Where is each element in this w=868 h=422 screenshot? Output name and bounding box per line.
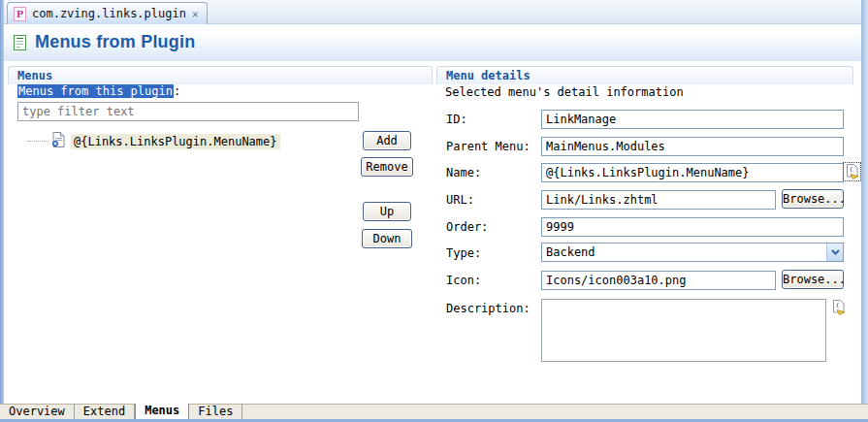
order-field[interactable] xyxy=(541,217,844,237)
type-select[interactable]: Backend xyxy=(541,243,844,262)
url-label: URL: xyxy=(446,193,474,207)
plugin-editor-window: P com.zving.links.plugin ✕ Menus from Pl… xyxy=(0,0,868,422)
details-section-subtitle: Selected menu's detail information xyxy=(445,85,684,99)
icon-browse-button[interactable]: Browse... xyxy=(782,270,844,289)
menus-section-description: Menus from this plugin: xyxy=(17,84,180,98)
plugin-file-icon: P xyxy=(14,7,26,21)
form-header: Menus from Plugin xyxy=(4,25,861,61)
selected-text-suffix: : xyxy=(174,84,180,98)
close-icon[interactable]: ✕ xyxy=(192,8,199,20)
tab-menus[interactable]: Menus xyxy=(135,404,189,420)
url-field[interactable] xyxy=(541,190,776,210)
localize-name-icon[interactable] xyxy=(843,162,861,181)
menus-tree[interactable]: @{Links.LinksPlugin.MenuName} xyxy=(17,124,359,386)
type-label: Type: xyxy=(446,246,481,260)
page-title: Menus from Plugin xyxy=(35,32,195,52)
menus-section-header: Menus xyxy=(8,66,433,84)
order-label: Order: xyxy=(446,220,488,234)
up-button[interactable]: Up xyxy=(363,202,411,221)
details-section-header: Menu details xyxy=(436,66,853,84)
form-page-icon xyxy=(13,35,28,53)
remove-button[interactable]: Remove xyxy=(361,157,413,177)
menu-item-icon xyxy=(50,132,66,150)
parent-menu-field[interactable] xyxy=(541,137,844,156)
name-label: Name: xyxy=(446,166,481,179)
parent-menu-label: Parent Menu: xyxy=(446,140,530,153)
tree-branch-line xyxy=(27,141,48,142)
tree-item-label: @{Links.LinksPlugin.MenuName} xyxy=(71,134,280,149)
description-label: Description: xyxy=(446,302,530,315)
selected-text: Menus from this plugin xyxy=(17,84,174,98)
description-field[interactable] xyxy=(541,299,826,362)
name-field[interactable] xyxy=(541,163,844,182)
editor-tab-plugin[interactable]: P com.zving.links.plugin ✕ xyxy=(7,2,208,24)
page-tabbar: Overview Extend Menus Files xyxy=(0,404,868,419)
tab-files[interactable]: Files xyxy=(189,405,242,420)
down-button[interactable]: Down xyxy=(362,229,412,248)
localize-description-icon[interactable] xyxy=(829,298,848,317)
tree-item-menu[interactable]: @{Links.LinksPlugin.MenuName} xyxy=(27,132,280,150)
editor-tab-title: com.zving.links.plugin xyxy=(32,7,186,20)
id-label: ID: xyxy=(446,113,467,126)
editor-tabbar: P com.zving.links.plugin ✕ xyxy=(4,0,861,24)
icon-field[interactable] xyxy=(541,271,776,290)
window-frame-left xyxy=(0,0,4,422)
window-frame-right xyxy=(861,0,868,422)
id-field[interactable] xyxy=(541,110,844,129)
url-browse-button[interactable]: Browse... xyxy=(782,189,844,209)
filter-input[interactable] xyxy=(17,102,359,121)
icon-label: Icon: xyxy=(446,274,481,287)
chevron-down-icon[interactable] xyxy=(826,243,843,261)
type-select-value: Backend xyxy=(542,245,826,259)
add-button[interactable]: Add xyxy=(363,131,411,150)
tab-overview[interactable]: Overview xyxy=(0,405,75,420)
tab-extend[interactable]: Extend xyxy=(75,405,135,420)
